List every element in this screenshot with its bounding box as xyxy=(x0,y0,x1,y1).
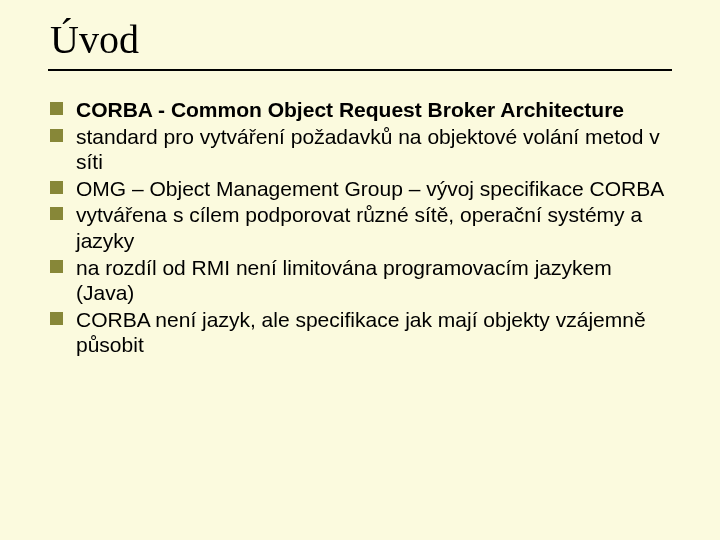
list-item: CORBA - Common Object Request Broker Arc… xyxy=(50,97,672,123)
bullet-text: na rozdíl od RMI není limitována program… xyxy=(76,256,612,305)
list-item: na rozdíl od RMI není limitována program… xyxy=(50,255,672,306)
bullet-text: vytvářena s cílem podporovat různé sítě,… xyxy=(76,203,642,252)
title-wrap: Úvod xyxy=(48,12,672,71)
square-bullet-icon xyxy=(50,312,63,325)
list-item: vytvářena s cílem podporovat různé sítě,… xyxy=(50,202,672,253)
bullet-text: CORBA není jazyk, ale specifikace jak ma… xyxy=(76,308,646,357)
square-bullet-icon xyxy=(50,207,63,220)
square-bullet-icon xyxy=(50,260,63,273)
list-item: OMG – Object Management Group – vývoj sp… xyxy=(50,176,672,202)
list-item: CORBA není jazyk, ale specifikace jak ma… xyxy=(50,307,672,358)
slide-title: Úvod xyxy=(48,12,672,63)
list-item: standard pro vytváření požadavků na obje… xyxy=(50,124,672,175)
bullet-text: standard pro vytváření požadavků na obje… xyxy=(76,125,660,174)
bullet-text: OMG – Object Management Group – vývoj sp… xyxy=(76,177,664,200)
bullet-bold: CORBA - Common Object Request Broker Arc… xyxy=(76,98,624,121)
square-bullet-icon xyxy=(50,181,63,194)
square-bullet-icon xyxy=(50,129,63,142)
bullet-list: CORBA - Common Object Request Broker Arc… xyxy=(48,97,672,358)
slide: Úvod CORBA - Common Object Request Broke… xyxy=(0,0,720,540)
square-bullet-icon xyxy=(50,102,63,115)
